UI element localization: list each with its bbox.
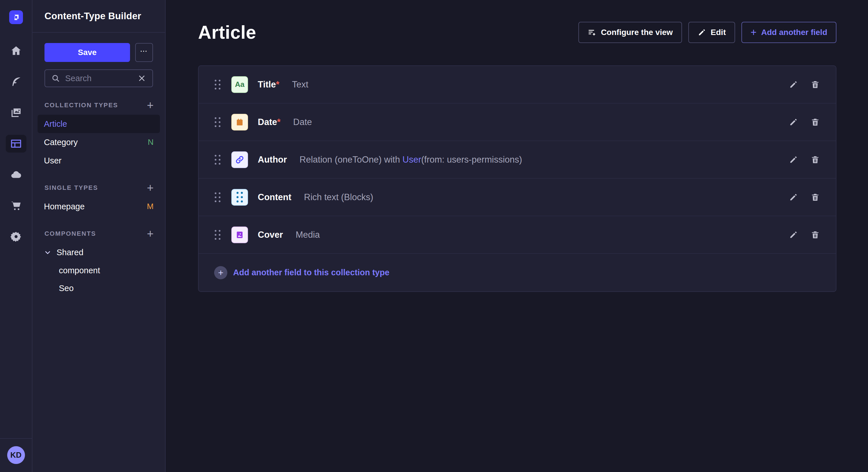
configure-list-icon	[588, 28, 596, 37]
delete-field-icon[interactable]	[811, 193, 820, 202]
plus-circle-icon: +	[214, 266, 227, 279]
item-label: Category	[44, 138, 78, 147]
aa-glyph: Aa	[235, 80, 244, 89]
edit-button[interactable]: Edit	[688, 22, 735, 43]
single-types-list: Homepage M	[38, 197, 160, 216]
edit-field-icon[interactable]	[789, 193, 798, 202]
marketplace-cart-icon[interactable]	[6, 197, 26, 214]
app-root: KD Content-Type Builder Save ⋯ COLLECTIO…	[0, 0, 868, 472]
content-type-builder-icon[interactable]	[6, 135, 26, 153]
media-field-icon	[231, 227, 248, 243]
relation-target-link[interactable]: User	[402, 155, 421, 165]
add-collection-type-icon[interactable]: +	[147, 101, 154, 109]
sidebar-item-category[interactable]: Category N	[38, 133, 160, 151]
field-type: Rich text (Blocks)	[304, 192, 373, 202]
field-type: Relation (oneToOne) with User(from: user…	[300, 155, 522, 165]
text-field-icon: Aa	[231, 76, 248, 93]
components-header: COMPONENTS +	[32, 229, 165, 238]
field-row-content: Content Rich text (Blocks)	[198, 179, 836, 216]
add-field-footer-button[interactable]: + Add another field to this collection t…	[198, 254, 836, 291]
configure-view-button[interactable]: Configure the view	[578, 22, 682, 43]
quill-icon[interactable]	[6, 73, 26, 91]
sidebar-item-seo[interactable]: Seo	[38, 279, 160, 297]
relation-field-icon	[231, 151, 248, 168]
delete-field-icon[interactable]	[811, 80, 820, 89]
sidebar-item-article[interactable]: Article	[38, 115, 160, 133]
add-component-icon[interactable]: +	[147, 229, 154, 238]
search-box[interactable]	[44, 69, 153, 87]
drag-handle-icon[interactable]	[215, 155, 220, 165]
section-label: COLLECTION TYPES	[44, 102, 118, 109]
date-field-icon	[231, 114, 248, 131]
row-actions	[789, 80, 820, 89]
row-actions	[789, 230, 820, 239]
delete-field-icon[interactable]	[811, 117, 820, 127]
section-label: SINGLE TYPES	[44, 184, 98, 192]
plus-icon: +	[751, 28, 756, 37]
add-single-type-icon[interactable]: +	[147, 183, 154, 192]
collection-types-list: Article Category N User	[38, 115, 160, 170]
delete-field-icon[interactable]	[811, 155, 820, 164]
more-options-icon[interactable]: ⋯	[135, 43, 153, 62]
edit-field-icon[interactable]	[789, 230, 798, 239]
field-row-date: Date* Date	[198, 103, 836, 141]
modified-badge: M	[147, 202, 154, 211]
add-field-footer-label: Add another field to this collection typ…	[233, 268, 390, 277]
row-actions	[789, 193, 820, 202]
main-content: Article Configure the view Edit + Add an…	[166, 0, 868, 472]
item-label: component	[59, 266, 100, 275]
drag-handle-icon[interactable]	[215, 80, 220, 90]
user-avatar[interactable]: KD	[7, 446, 25, 464]
search-input[interactable]	[65, 74, 132, 83]
page-title: Article	[198, 22, 256, 43]
home-icon[interactable]	[6, 42, 26, 60]
add-another-field-button[interactable]: + Add another field	[741, 22, 836, 43]
main-header: Article Configure the view Edit + Add an…	[198, 22, 836, 43]
item-label: Article	[44, 119, 67, 129]
drag-handle-icon[interactable]	[215, 230, 220, 240]
strapi-logo-icon[interactable]	[9, 10, 23, 24]
field-type: Date	[293, 117, 312, 127]
media-library-icon[interactable]	[6, 104, 26, 122]
edit-field-icon[interactable]	[789, 80, 798, 89]
field-type: Media	[296, 230, 320, 240]
chevron-down-icon	[44, 248, 51, 256]
drag-handle-icon[interactable]	[215, 117, 220, 127]
settings-gear-icon[interactable]	[6, 228, 26, 245]
nav-rail-items	[6, 42, 26, 245]
header-actions: Configure the view Edit + Add another fi…	[578, 22, 836, 43]
edit-field-icon[interactable]	[789, 155, 798, 164]
delete-field-icon[interactable]	[811, 230, 820, 239]
row-actions	[789, 117, 820, 127]
edit-field-icon[interactable]	[789, 117, 798, 127]
field-name: Date*	[258, 117, 280, 127]
save-button[interactable]: Save	[44, 43, 130, 62]
required-asterisk: *	[276, 79, 279, 90]
field-row-title: Aa Title* Text	[198, 66, 836, 103]
field-row-cover: Cover Media	[198, 216, 836, 254]
component-group-shared[interactable]: Shared	[38, 243, 160, 262]
row-actions	[789, 155, 820, 164]
cloud-icon[interactable]	[6, 166, 26, 183]
field-name: Author	[258, 155, 287, 165]
field-name: Content	[258, 192, 291, 202]
sidebar-item-user[interactable]: User	[38, 151, 160, 170]
search-icon	[51, 74, 60, 82]
collection-types-header: COLLECTION TYPES +	[32, 101, 165, 109]
field-name: Title*	[258, 79, 279, 90]
group-label: Shared	[57, 248, 84, 257]
nav-rail: KD	[0, 0, 32, 472]
button-label: Add another field	[761, 28, 827, 37]
item-label: Seo	[59, 283, 74, 293]
ctb-sidebar: Content-Type Builder Save ⋯ COLLECTION T…	[32, 0, 166, 472]
drag-handle-icon[interactable]	[215, 193, 220, 202]
sidebar-item-homepage[interactable]: Homepage M	[38, 197, 160, 216]
field-row-author: Author Relation (oneToOne) with User(fro…	[198, 141, 836, 179]
sidebar-body: Save ⋯ COLLECTION TYPES + Article	[32, 33, 165, 297]
required-asterisk: *	[277, 117, 280, 127]
new-badge: N	[148, 138, 154, 147]
fields-list-card: Aa Title* Text Date* Date	[198, 65, 836, 292]
single-types-header: SINGLE TYPES +	[32, 183, 165, 192]
search-clear-icon[interactable]	[137, 74, 146, 82]
sidebar-item-component[interactable]: component	[38, 262, 160, 279]
